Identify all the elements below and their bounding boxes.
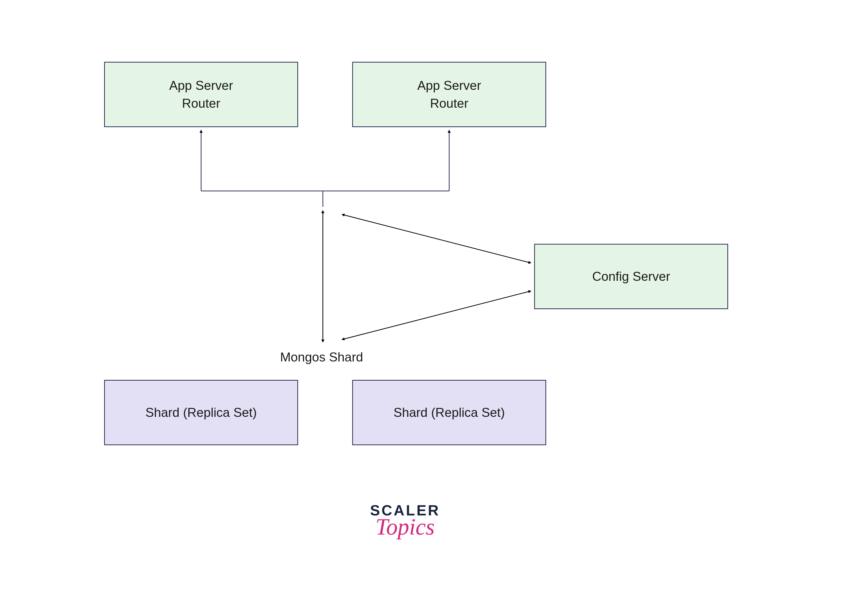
diagram-container: App Server Router App Server Router Conf… bbox=[0, 0, 868, 604]
shard-2: Shard (Replica Set) bbox=[352, 380, 546, 445]
app-server-2-label-line1: App Server bbox=[417, 76, 481, 95]
app-server-1-label-line2: Router bbox=[182, 95, 220, 112]
mongos-shard-label: Mongos Shard bbox=[277, 350, 366, 365]
config-server: Config Server bbox=[534, 244, 728, 309]
brand-logo-topics: Topics bbox=[370, 514, 440, 540]
brand-logo: SCALER Topics bbox=[370, 502, 440, 540]
app-server-1-label-line1: App Server bbox=[169, 76, 233, 95]
app-server-1: App Server Router bbox=[104, 62, 298, 127]
arrow-to-config-lower bbox=[342, 291, 531, 340]
app-server-2: App Server Router bbox=[352, 62, 546, 127]
config-server-label: Config Server bbox=[592, 267, 670, 286]
shard-1-label: Shard (Replica Set) bbox=[146, 404, 257, 421]
shard-1: Shard (Replica Set) bbox=[104, 380, 298, 445]
app-server-2-label-line2: Router bbox=[430, 95, 468, 112]
shard-2-label: Shard (Replica Set) bbox=[394, 404, 505, 421]
arrow-to-config-upper bbox=[342, 214, 531, 263]
